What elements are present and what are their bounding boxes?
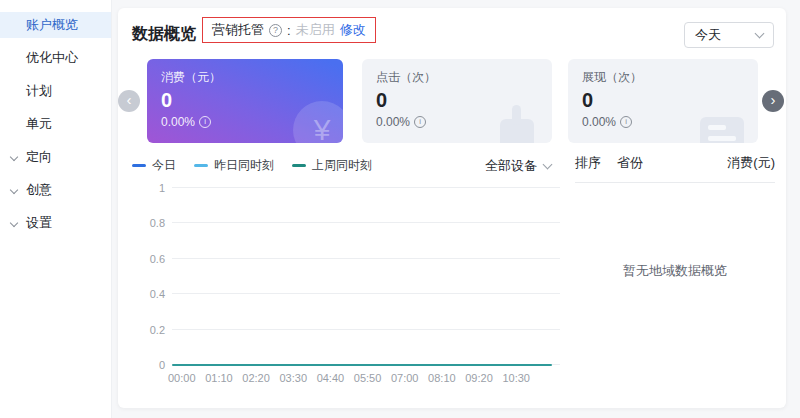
sidebar-item-0[interactable]: 账户概览 [0, 12, 111, 38]
sidebar-item-label: 账户概览 [26, 16, 78, 34]
sidebar-item-label: 单元 [26, 115, 52, 133]
sidebar-item-2[interactable]: 计划 [0, 78, 111, 104]
legend-swatch [132, 164, 146, 167]
chart-plot: 00.20.40.60.81 [172, 188, 560, 365]
sidebar-item-4[interactable]: 定向 [0, 144, 111, 170]
legend-label: 上周同时刻 [312, 157, 372, 174]
metric-label: 展现（次） [582, 69, 758, 86]
region-metric-header: 消费(元) [727, 154, 775, 172]
sidebar-item-5[interactable]: 创意 [0, 177, 111, 203]
sidebar-item-6[interactable]: 设置 [0, 210, 111, 236]
sidebar-item-label: 计划 [26, 82, 52, 100]
legend-item-0[interactable]: 今日 [132, 157, 176, 174]
legend-swatch [292, 164, 306, 167]
chart-x-tick: 05:50 [354, 372, 382, 384]
carousel-next-button[interactable]: › [762, 90, 784, 112]
region-panel-header: 排序 省份 消费(元) [575, 154, 775, 183]
help-icon[interactable]: ? [269, 24, 282, 37]
chevron-down-icon [10, 186, 18, 194]
region-sort-label[interactable]: 排序 [575, 154, 601, 172]
device-filter-select[interactable]: 全部设备 [485, 157, 551, 175]
chevron-down-icon [10, 219, 18, 227]
chart-x-tick: 04:40 [317, 372, 345, 384]
info-icon[interactable]: i [199, 116, 211, 128]
metric-card-clicks[interactable]: 点击（次） 0 0.00% i [362, 59, 552, 143]
chart-y-tick: 0.4 [135, 288, 165, 300]
chevron-down-icon [755, 29, 765, 39]
data-overview-card: 数据概览 营销托管 ? : 未启用 修改 今天 ‹ 消费（元） 0 0.00% … [118, 8, 786, 408]
chart-legend: 今日昨日同时刻上周同时刻 [132, 157, 372, 173]
chevron-down-icon [543, 160, 553, 170]
sidebar-item-label: 设置 [26, 214, 52, 232]
chart-y-tick: 0.2 [135, 324, 165, 336]
chart-gridline [172, 293, 560, 294]
sidebar-item-label: 创意 [26, 181, 52, 199]
region-panel: 排序 省份 消费(元) 暂无地域数据概览 [575, 154, 775, 380]
chart-y-tick: 0.8 [135, 217, 165, 229]
dashboard-page: 账户概览优化中心计划单元定向创意设置 数据概览 营销托管 ? : 未启用 修改 … [0, 0, 800, 418]
carousel-prev-button[interactable]: ‹ [118, 90, 140, 112]
chart-y-tick: 1 [135, 182, 165, 194]
chart-x-labels: 00:0001:1002:2003:3004:4005:5007:0008:10… [168, 372, 530, 384]
chart-x-tick: 00:00 [168, 372, 196, 384]
chart-x-tick: 10:30 [502, 372, 530, 384]
legend-item-2[interactable]: 上周同时刻 [292, 157, 372, 174]
date-range-value: 今天 [695, 26, 721, 44]
info-icon[interactable]: i [414, 116, 426, 128]
chart-x-tick: 09:20 [465, 372, 493, 384]
modify-link[interactable]: 修改 [340, 21, 366, 39]
info-icon[interactable]: i [620, 116, 632, 128]
sidebar-item-label: 优化中心 [26, 49, 78, 67]
sidebar-item-label: 定向 [26, 148, 52, 166]
chart-x-tick: 07:00 [391, 372, 419, 384]
metric-value: 0 [376, 89, 552, 112]
chart-gridline [172, 187, 560, 188]
chart-x-tick: 08:10 [428, 372, 456, 384]
device-filter-value: 全部设备 [485, 157, 537, 175]
hosting-colon: : [287, 23, 291, 38]
legend-label: 昨日同时刻 [214, 157, 274, 174]
chart-gridline [172, 329, 560, 330]
chevron-down-icon [10, 153, 18, 161]
chart-series-line [172, 364, 552, 367]
hosting-status: 未启用 [296, 21, 335, 39]
metric-label: 点击（次） [376, 69, 552, 86]
chart-gridline [172, 258, 560, 259]
marketing-hosting-callout: 营销托管 ? : 未启用 修改 [202, 17, 376, 43]
chart-x-tick: 03:30 [279, 372, 307, 384]
metric-value: 0 [582, 89, 758, 112]
legend-swatch [194, 164, 208, 167]
hosting-label: 营销托管 [212, 21, 264, 39]
chart-x-tick: 02:20 [242, 372, 270, 384]
region-empty-text: 暂无地域数据概览 [575, 262, 775, 280]
metric-cards-row: ‹ 消费（元） 0 0.00% i ¥ 点击（次） 0 0.00% i [118, 59, 786, 143]
chart-gridline [172, 222, 560, 223]
sidebar-item-3[interactable]: 单元 [0, 111, 111, 137]
sidebar-item-1[interactable]: 优化中心 [0, 45, 111, 71]
sidebar-nav: 账户概览优化中心计划单元定向创意设置 [0, 0, 112, 418]
chart-y-tick: 0.6 [135, 253, 165, 265]
region-province-header: 省份 [617, 154, 643, 172]
impression-icon [700, 117, 744, 143]
chart-x-tick: 01:10 [205, 372, 233, 384]
legend-item-1[interactable]: 昨日同时刻 [194, 157, 274, 174]
legend-label: 今日 [152, 157, 176, 174]
click-icon [500, 119, 534, 143]
date-range-select[interactable]: 今天 [684, 22, 774, 48]
page-title: 数据概览 [132, 24, 196, 45]
chart-y-tick: 0 [135, 359, 165, 371]
metric-card-cost[interactable]: 消费（元） 0 0.00% i ¥ [147, 59, 343, 143]
metric-label: 消费（元） [161, 69, 343, 86]
metric-card-impressions[interactable]: 展现（次） 0 0.00% i [568, 59, 758, 143]
